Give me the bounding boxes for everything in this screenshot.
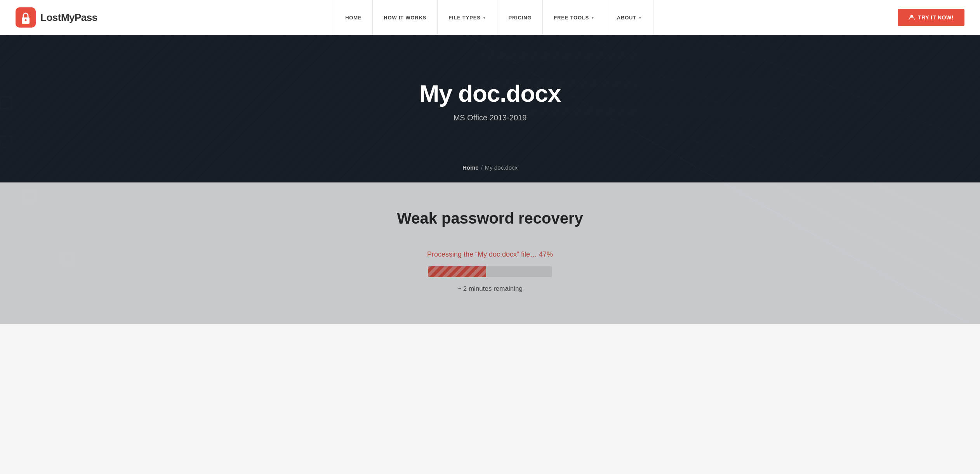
hero-content: My doc.docx MS Office 2013-2019 [419,80,561,138]
svg-rect-22 [621,78,777,88]
hero-section: My doc.docx MS Office 2013-2019 Home / M… [0,35,980,182]
svg-rect-20 [621,50,777,60]
svg-rect-14 [481,50,637,60]
nav-pricing[interactable]: PRICING [497,0,543,35]
logo[interactable]: LostMyPass [16,7,97,28]
hero-subtitle: MS Office 2013-2019 [419,113,561,122]
about-chevron-icon: ▼ [638,16,642,20]
user-icon [909,14,915,21]
site-header: LostMyPass HOME HOW IT WORKS FILE TYPES … [0,0,980,35]
logo-text: LostMyPass [40,12,97,24]
logo-icon [16,7,36,28]
svg-rect-24 [621,106,777,116]
nav-free-tools[interactable]: FREE TOOLS ▼ [543,0,606,35]
try-now-button[interactable]: TRY IT NOW! [898,9,964,26]
file-types-chevron-icon: ▼ [483,16,487,20]
svg-rect-21 [621,64,777,74]
nav-home[interactable]: HOME [334,0,373,35]
svg-point-2 [25,19,27,21]
hero-title: My doc.docx [419,80,561,107]
svg-rect-4 [0,35,980,324]
free-tools-chevron-icon: ▼ [591,16,595,20]
nav-about[interactable]: ABOUT ▼ [606,0,653,35]
svg-rect-23 [621,92,777,102]
nav-how-it-works[interactable]: HOW IT WORKS [373,0,438,35]
main-nav: HOME HOW IT WORKS FILE TYPES ▼ PRICING F… [334,0,653,35]
hero-background-svg [0,35,980,324]
nav-file-types[interactable]: FILE TYPES ▼ [438,0,497,35]
svg-rect-15 [481,64,637,74]
